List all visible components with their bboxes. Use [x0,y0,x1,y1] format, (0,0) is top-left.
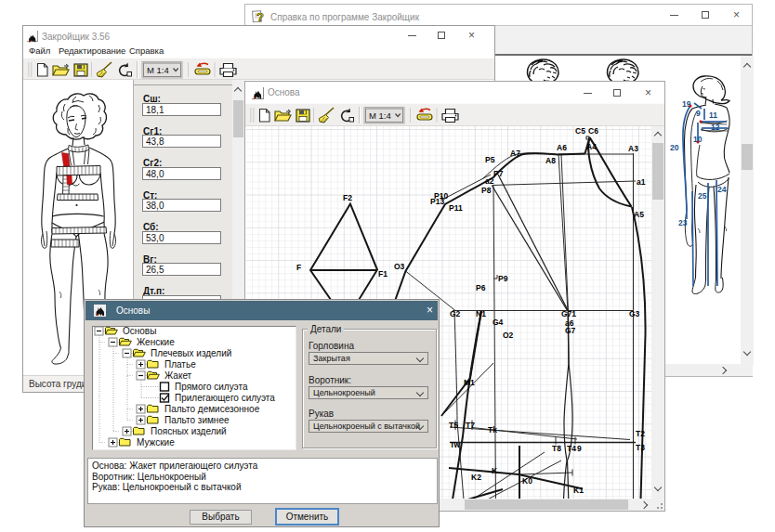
svg-text:?: ? [256,10,264,24]
